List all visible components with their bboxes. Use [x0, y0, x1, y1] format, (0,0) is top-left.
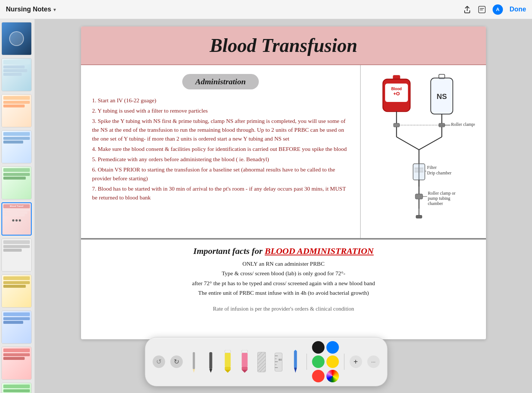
svg-text:NS: NS	[437, 92, 447, 100]
color-black-swatch[interactable]	[312, 341, 324, 354]
administration-title: Administration	[182, 74, 259, 89]
page-header: Blood Transfusion	[81, 26, 486, 65]
thumbnail-2[interactable]	[1, 58, 32, 91]
thumbnail-5[interactable]	[1, 166, 32, 199]
svg-marker-63	[295, 350, 296, 351]
svg-line-17	[419, 137, 442, 150]
top-bar-left: Nursing Notes ▾	[6, 6, 56, 13]
color-blue-swatch[interactable]	[326, 341, 339, 354]
thumbnail-1[interactable]	[1, 22, 32, 55]
admin-step-1: 1. Start an IV (16-22 guage)	[92, 96, 349, 105]
svg-rect-43	[242, 353, 247, 367]
svg-rect-11	[394, 123, 399, 127]
right-panel: Blood +O NS	[361, 65, 486, 238]
svg-text:80: 80	[278, 358, 282, 361]
fact-2: Type & cross/ screen blood (lab) is only…	[92, 269, 475, 278]
admin-step-3: 3. Spike the Y tubing with NS first & pr…	[92, 117, 349, 143]
svg-marker-62	[294, 368, 297, 373]
thumbnail-6-active[interactable]: Blood Transf	[1, 202, 32, 236]
thin-marker-tool[interactable]	[205, 351, 216, 373]
admin-step-5: 5. Premedicate with any orders before ad…	[92, 155, 349, 164]
apollo-icon[interactable]: A	[493, 4, 503, 15]
left-panel: Administration 1. Start an IV (16-22 gua…	[81, 65, 361, 238]
pencil-tool[interactable]	[188, 351, 200, 373]
pink-marker-tool[interactable]	[239, 351, 250, 373]
ruler-tool[interactable]	[256, 351, 267, 373]
thumbnail-11[interactable]	[1, 383, 32, 393]
admin-step-2: 2. Y tubing is used with a filter to rem…	[92, 106, 349, 115]
svg-marker-45	[242, 370, 247, 373]
fact-4: The entire unit of PRBC must infuse with…	[92, 288, 475, 298]
svg-line-16	[397, 137, 419, 150]
chevron-down-icon[interactable]: ▾	[53, 7, 56, 13]
fact-1: ONLY an RN can administer PRBC	[92, 259, 475, 269]
svg-rect-33	[416, 215, 422, 218]
svg-rect-38	[225, 350, 230, 353]
svg-rect-44	[242, 367, 247, 370]
svg-text:Roller clamps: Roller clamps	[451, 122, 475, 127]
facts-title-highlight: BLOOD ADMINISTRATION	[265, 246, 374, 256]
color-red-swatch[interactable]	[312, 370, 324, 382]
svg-text:chamber: chamber	[428, 201, 443, 206]
color-swatches	[312, 341, 339, 382]
svg-text:pump tubing: pump tubing	[428, 196, 450, 201]
edit-button[interactable]	[478, 6, 486, 14]
svg-marker-35	[193, 369, 195, 373]
svg-rect-34	[193, 352, 195, 369]
iv-diagram: Blood +O NS	[372, 72, 475, 231]
partial-fact: Rate of infusion is per the provider's o…	[81, 304, 486, 316]
svg-rect-42	[242, 350, 247, 353]
svg-text:Drip chamber: Drip chamber	[427, 170, 451, 176]
page-title: Blood Transfusion	[96, 35, 471, 56]
facts-title: Important facts for BLOOD ADMINISTRATION	[92, 246, 475, 256]
thumbnail-8[interactable]	[1, 275, 32, 308]
add-tool-button[interactable]: +	[349, 355, 362, 368]
svg-rect-36	[209, 352, 212, 369]
admin-step-6: 6. Obtain VS PRIOR to starting the trans…	[92, 165, 349, 183]
toolbar-divider	[306, 354, 307, 370]
admin-step-4: 4. Make sure the blood consent & facilit…	[92, 145, 349, 153]
svg-rect-61	[294, 351, 297, 368]
thumbnail-9[interactable]	[1, 311, 32, 344]
color-rainbow-swatch[interactable]	[326, 370, 339, 382]
svg-text:Filter: Filter	[427, 165, 437, 170]
done-button[interactable]: Done	[510, 6, 526, 13]
toolbar-divider-2	[344, 354, 344, 370]
content-section: Administration 1. Start an IV (16-22 gua…	[81, 65, 486, 238]
svg-marker-37	[209, 369, 212, 373]
admin-steps-list: 1. Start an IV (16-22 guage) 2. Y tubing…	[92, 96, 349, 202]
svg-text:+O: +O	[393, 91, 400, 96]
pen-tool[interactable]	[289, 351, 301, 373]
color-green-swatch[interactable]	[312, 355, 324, 368]
facts-list: ONLY an RN can administer PRBC Type & cr…	[92, 259, 475, 298]
svg-rect-39	[225, 353, 230, 367]
facts-section: Important facts for BLOOD ADMINISTRATION…	[81, 239, 486, 304]
top-bar-right: A Done	[463, 4, 526, 15]
svg-text:Roller clamp or: Roller clamp or	[428, 191, 455, 196]
svg-text:Blood: Blood	[391, 87, 402, 91]
bottom-toolbar: ↺ ↻	[145, 337, 387, 386]
top-bar: Nursing Notes ▾ A Done	[0, 0, 532, 19]
thumbnail-10[interactable]	[1, 347, 32, 380]
admin-title-wrap: Administration	[92, 74, 349, 89]
svg-rect-40	[225, 367, 230, 370]
document-title: Nursing Notes	[6, 6, 51, 13]
fact-3: after 72° the pt has to be typed and cro…	[92, 279, 475, 288]
svg-rect-0	[479, 6, 485, 13]
svg-marker-41	[225, 370, 230, 373]
page: Blood Transfusion Administration 1. Star…	[81, 26, 486, 339]
thumbnail-4[interactable]	[1, 130, 32, 163]
share-button[interactable]	[463, 6, 471, 14]
sidebar: Blood Transf	[0, 19, 35, 393]
yellow-marker-tool[interactable]	[222, 351, 233, 373]
thumbnail-7[interactable]	[1, 238, 32, 272]
more-tools-button[interactable]: ···	[367, 355, 380, 368]
color-yellow-swatch[interactable]	[326, 355, 339, 368]
undo-button[interactable]: ↺	[152, 355, 165, 368]
thumbnail-3[interactable]	[1, 94, 32, 127]
measure-tool[interactable]: 80	[272, 351, 284, 373]
redo-button[interactable]: ↻	[170, 355, 183, 368]
admin-step-7: 7. Blood has to be started with in 30 mi…	[92, 184, 349, 202]
svg-rect-27	[415, 194, 423, 199]
facts-title-plain: Important facts for	[193, 246, 265, 256]
